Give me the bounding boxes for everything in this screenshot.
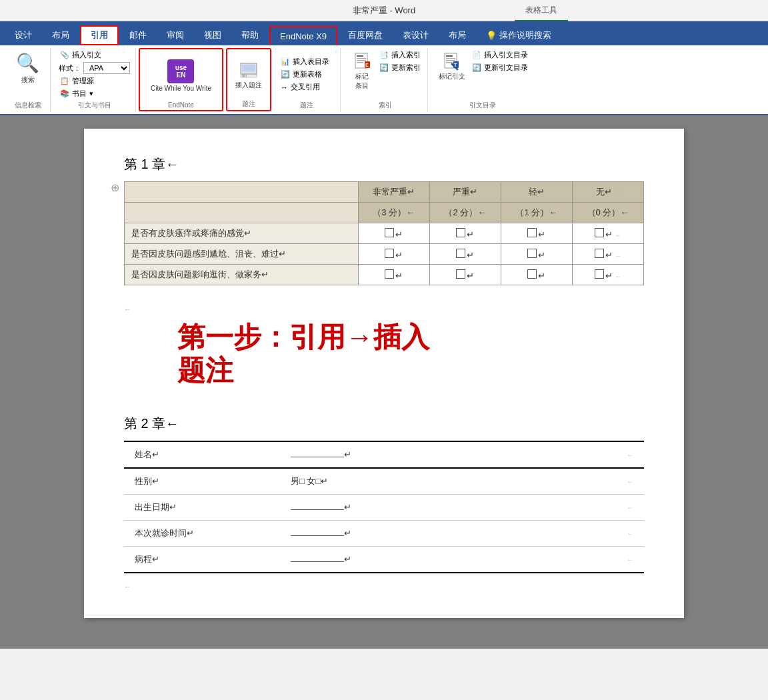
tab-table-design[interactable]: 表设计: [393, 25, 438, 45]
final-paragraph-mark: ←: [124, 581, 644, 591]
update-table-button[interactable]: 🔄 更新表格: [279, 69, 323, 80]
search-group-label: 信息检索: [11, 99, 45, 110]
insert-caption-group-label: 题注: [233, 98, 265, 109]
endnote-group: useEN Cite While You Write EndNote: [139, 48, 223, 111]
table-row: 是否因皮肤问题感到尴尬、沮丧、难过↵ ↵ ↵ ↵ ↵ ←: [125, 244, 644, 265]
checkbox-icon: [595, 269, 604, 279]
cross-reference-button[interactable]: ↔ 交叉引用: [279, 81, 321, 93]
q2-col1: ↵: [358, 244, 429, 265]
table-header-row2: （3 分）← （2 分）← （1 分）← （0 分）←: [125, 203, 644, 223]
table-move-handle[interactable]: ⊕: [111, 181, 119, 194]
table-header-empty: [125, 182, 359, 203]
name-underline: [291, 457, 344, 457]
row-end-3: ←: [616, 494, 644, 520]
table-col-light: 轻↵: [501, 182, 572, 203]
checkbox-icon: [456, 269, 465, 279]
update-index-icon: 🔄: [379, 63, 389, 72]
q1-col2: ↵: [429, 223, 501, 244]
svg-rect-6: [357, 58, 366, 59]
tab-design[interactable]: 设计: [5, 25, 41, 45]
q3-col1: ↵: [358, 265, 429, 285]
insert-citation-icon: 📎: [60, 51, 69, 59]
tab-mailings[interactable]: 邮件: [120, 25, 156, 45]
svg-rect-12: [446, 55, 453, 57]
paragraph-mark-1: ←: [124, 304, 644, 314]
toc-group-label: 引文目录: [436, 99, 529, 110]
update-table-icon: 🔄: [281, 70, 290, 79]
row-end-5: ←: [616, 546, 644, 573]
checkbox-icon: [385, 249, 394, 258]
row-end-2: ←: [616, 468, 644, 495]
update-index-button[interactable]: 🔄 更新索引: [378, 62, 422, 73]
table-score-0: （0 分）←: [572, 203, 643, 223]
endnote-icon: useEN: [167, 59, 194, 83]
svg-rect-13: [446, 58, 455, 59]
insert-index-button[interactable]: 📑 插入索引: [378, 49, 422, 61]
citation-style-select[interactable]: APA MLA: [83, 62, 130, 74]
svg-text:题注: 题注: [242, 74, 247, 77]
index-group: E 标记条目 📑 插入索引 🔄 更新索引 索引: [343, 48, 428, 111]
cite-while-you-write-button[interactable]: useEN Cite While You Write: [145, 57, 217, 95]
label-birthdate: 出生日期↵: [124, 494, 280, 520]
insert-table-icon: 📊: [281, 57, 290, 66]
table-header-row1: 非常严重↵ 严重↵ 轻↵ 无↵ ↵: [125, 182, 644, 203]
svg-rect-1: [242, 65, 255, 71]
window-title: 非常严重 - Word: [353, 5, 415, 17]
search-button[interactable]: 🔍 搜索: [11, 49, 45, 87]
tab-view[interactable]: 视图: [195, 25, 231, 45]
chapter1-table-container: ⊕ 非常严重↵ 严重↵ 轻↵ 无↵ ↵ （3 分）← （2 分）← （1 分）←…: [124, 181, 644, 285]
table-of-figures-group-label: 题注: [279, 99, 335, 110]
q2-col3: ↵: [501, 244, 572, 265]
bibliography-button[interactable]: 📚 书目 ▾: [59, 88, 95, 99]
insert-citation-button[interactable]: 📎 插入引文: [59, 49, 103, 61]
table-col-very-severe: 非常严重↵: [358, 182, 429, 203]
insert-toc-button[interactable]: 📄 插入引文目录: [471, 49, 529, 61]
tab-layout1[interactable]: 布局: [43, 25, 79, 45]
svg-rect-15: [446, 62, 453, 63]
tab-endnote[interactable]: EndNote X9: [269, 26, 337, 45]
checkbox-icon: [595, 228, 604, 237]
ribbon-panel: 🔍 搜索 信息检索 📎 插入引文 样式： APA MLA 📋 管理源: [0, 45, 768, 115]
update-toc-icon: 🔄: [472, 63, 481, 72]
mark-citation-button[interactable]: T 标记引文: [436, 49, 468, 83]
insert-caption-icon: 题注: [238, 59, 259, 81]
label-gender: 性别↵: [124, 468, 280, 495]
mark-entry-button[interactable]: E 标记条目: [349, 49, 375, 92]
lightbulb-icon: 💡: [486, 31, 497, 41]
ribbon-tab-bar: 设计 布局 引用 邮件 审阅 视图 帮助 EndNote X9 百度网盘 表设计…: [0, 21, 768, 45]
tab-baidu[interactable]: 百度网盘: [339, 25, 392, 45]
index-buttons: 📑 插入索引 🔄 更新索引: [378, 49, 422, 73]
checkbox-icon: [385, 228, 394, 237]
svg-rect-5: [357, 55, 363, 57]
tab-search[interactable]: 💡 操作说明搜索: [477, 25, 561, 45]
q3-col4: ↵ ←: [572, 265, 643, 285]
tab-help[interactable]: 帮助: [232, 25, 268, 45]
manage-sources-button[interactable]: 📋 管理源: [59, 75, 95, 87]
chapter2-heading: 第 2 章←: [124, 415, 644, 433]
table-tools-label: 表格工具: [515, 0, 568, 21]
insert-table-of-figures-button[interactable]: 📊 插入表目录: [279, 56, 331, 67]
insert-caption-button[interactable]: 题注 插入题注: [233, 58, 265, 91]
value-birthdate: ↵: [280, 494, 616, 520]
search-icon: 🔍: [16, 52, 39, 74]
svg-text:E: E: [365, 63, 369, 67]
mark-entry-icon: E: [351, 51, 373, 72]
table-row: 姓名↵ ↵ ←: [124, 441, 644, 468]
style-selector-row: 样式： APA MLA: [59, 62, 130, 74]
tab-layout2[interactable]: 布局: [439, 25, 475, 45]
checkbox-icon: [527, 228, 537, 237]
tab-review[interactable]: 审阅: [157, 25, 193, 45]
toc-group: T 标记引文 📄 插入引文目录 🔄 更新引文目录 引文目录: [431, 48, 535, 111]
chapter1-heading: 第 1 章←: [124, 155, 644, 173]
cross-ref-icon: ↔: [281, 83, 288, 91]
checkbox-icon: [527, 249, 537, 258]
update-toc-button[interactable]: 🔄 更新引文目录: [471, 62, 529, 73]
value-disease-course: ↵: [280, 546, 616, 573]
endnote-group-label: EndNote: [145, 100, 217, 109]
table-row: 性别↵ 男□ 女□↵ ←: [124, 468, 644, 495]
document-area: 第 1 章← ⊕ 非常严重↵ 严重↵ 轻↵ 无↵ ↵ （3 分）← （2 分）←…: [0, 115, 768, 649]
tab-references[interactable]: 引用: [80, 25, 119, 45]
citation-group: 📎 插入引文 样式： APA MLA 📋 管理源 📚 书目 ▾ 引文与书目: [53, 48, 136, 111]
value-visit-time: ↵: [280, 520, 616, 546]
svg-rect-14: [446, 60, 455, 61]
